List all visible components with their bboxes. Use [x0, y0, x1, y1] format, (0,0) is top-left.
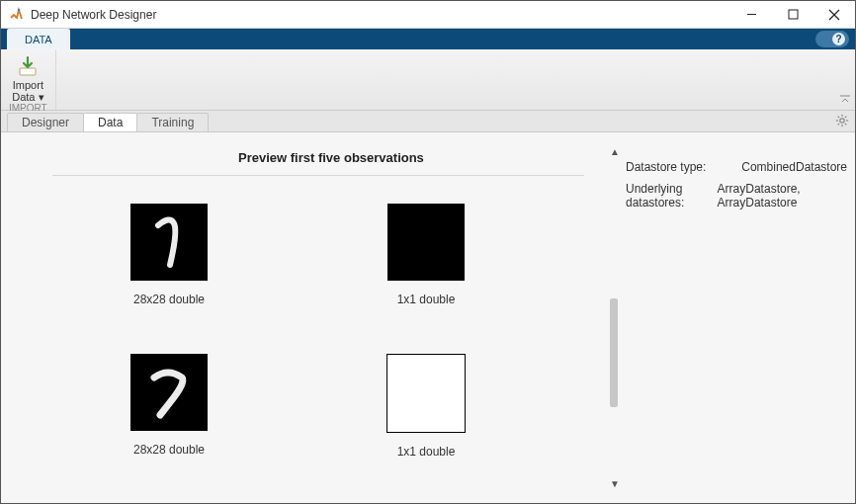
thumbnail-image: [386, 354, 466, 433]
close-button[interactable]: [813, 1, 855, 28]
toolstrip-tab-data[interactable]: DATA: [7, 29, 70, 49]
ribbon: Import Data ▾ IMPORT: [1, 49, 855, 111]
help-icon: ?: [832, 33, 845, 45]
preview-header: Preview first five observations: [238, 150, 608, 165]
svg-line-15: [838, 124, 840, 126]
preview-grid: 28x28 double 1x1 double 28x28 double: [41, 204, 608, 459]
thumbnail-caption: 1x1 double: [397, 293, 456, 306]
import-icon: [17, 53, 39, 79]
info-row: Underlying datastores: ArrayDatastore, A…: [626, 182, 847, 210]
collapse-ribbon-icon[interactable]: [839, 94, 851, 108]
maximize-button[interactable]: [772, 1, 813, 28]
preview-cell: 1x1 double: [298, 354, 555, 459]
svg-line-13: [845, 124, 847, 126]
underlying-datastores-value: ArrayDatastore, ArrayDatastore: [718, 182, 847, 210]
scroll-thumb[interactable]: [610, 298, 618, 407]
divider: [52, 175, 584, 176]
ribbon-group-import: Import Data ▾ IMPORT: [1, 49, 56, 110]
thumbnail-image: [387, 204, 465, 281]
import-data-button[interactable]: Import Data ▾: [12, 53, 43, 103]
preview-pane: Preview first five observations 28x28 do…: [1, 132, 608, 503]
preview-cell: 28x28 double: [41, 204, 298, 306]
document-tabs: Designer Data Training: [1, 111, 855, 132]
toolstrip-tab-row: DATA ?: [1, 29, 855, 49]
svg-line-14: [845, 117, 847, 119]
window-buttons: [730, 1, 855, 28]
preview-scrollbar[interactable]: ▲ ▼: [608, 132, 622, 503]
svg-rect-16: [130, 204, 208, 281]
help-button[interactable]: ?: [815, 31, 849, 47]
import-label-line2: Data ▾: [12, 91, 43, 103]
underlying-datastores-label: Underlying datastores:: [626, 182, 718, 210]
svg-rect-17: [130, 354, 208, 431]
info-row: Datastore type: CombinedDatastore: [626, 160, 847, 174]
scroll-down-icon[interactable]: ▼: [610, 478, 620, 489]
content-area: Preview first five observations 28x28 do…: [1, 132, 855, 503]
thumbnail-caption: 1x1 double: [397, 445, 456, 459]
svg-rect-5: [20, 68, 36, 75]
matlab-logo-icon: [9, 7, 25, 23]
svg-point-0: [18, 8, 20, 10]
tab-training[interactable]: Training: [137, 113, 209, 131]
title-bar: Deep Network Designer: [1, 1, 855, 29]
tab-data[interactable]: Data: [84, 113, 137, 131]
svg-line-12: [838, 117, 840, 119]
chevron-down-icon: ▾: [39, 91, 44, 103]
datastore-type-label: Datastore type:: [626, 160, 741, 174]
scroll-up-icon[interactable]: ▲: [610, 146, 620, 157]
preview-cell: 28x28 double: [41, 354, 298, 459]
gear-icon[interactable]: [835, 114, 849, 130]
thumbnail-image: [130, 354, 208, 431]
tab-designer[interactable]: Designer: [7, 113, 84, 131]
datastore-type-value: CombinedDatastore: [741, 160, 847, 174]
thumbnail-caption: 28x28 double: [133, 443, 205, 457]
preview-cell: 1x1 double: [298, 204, 555, 306]
window-title: Deep Network Designer: [31, 8, 730, 22]
app-window: Deep Network Designer DATA ?: [0, 0, 856, 504]
svg-point-7: [840, 119, 844, 123]
minimize-button[interactable]: [730, 1, 772, 28]
thumbnail-caption: 28x28 double: [133, 293, 205, 306]
info-pane: Datastore type: CombinedDatastore Underl…: [622, 132, 855, 503]
import-label-line1: Import: [13, 79, 43, 91]
svg-rect-2: [789, 10, 798, 19]
thumbnail-image: [130, 204, 208, 281]
